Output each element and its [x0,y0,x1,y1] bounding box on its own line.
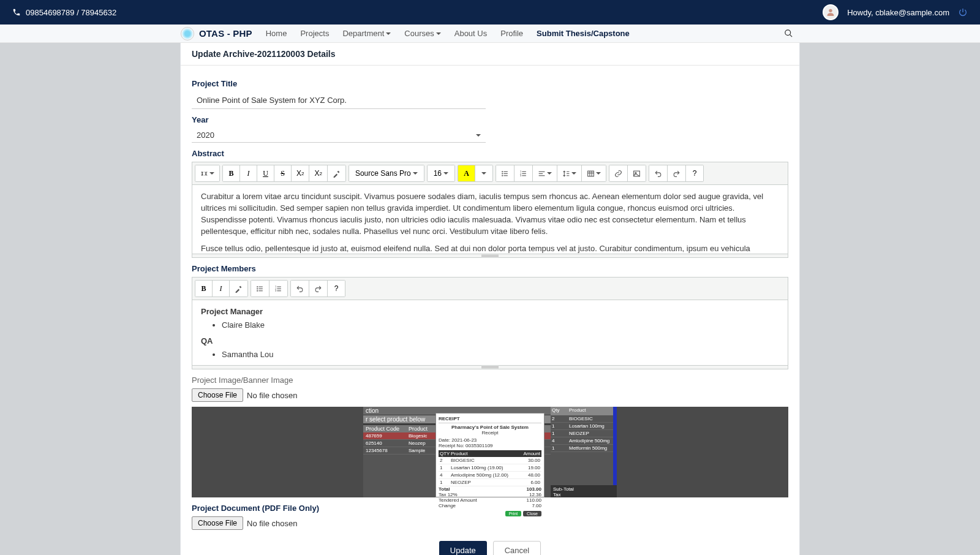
underline-button[interactable]: U [257,165,274,181]
svg-rect-17 [539,175,545,176]
nav-home[interactable]: Home [266,29,287,38]
svg-rect-30 [277,286,281,287]
highlight-button[interactable]: A [458,165,475,181]
svg-rect-26 [258,290,263,291]
highlight-more-button[interactable] [475,165,492,181]
chevron-down-icon [436,32,441,37]
main-card: Update Archive-2021120003 Details Projec… [180,43,800,555]
bold-button[interactable]: B [223,165,240,181]
bold-button[interactable]: B [195,281,213,296]
subscript-button[interactable]: X2 [309,165,327,181]
nav-about[interactable]: About Us [454,29,487,38]
svg-point-28 [257,288,258,289]
ol-button[interactable]: 123 [270,281,287,296]
strike-button[interactable]: S [274,165,292,181]
svg-rect-25 [258,288,263,289]
clear-format-button[interactable] [230,281,247,296]
choose-file-doc-button[interactable]: Choose File [192,516,243,530]
greeting-text: Howdy, cblake@sample.com [847,8,949,17]
clear-format-button[interactable] [328,165,345,181]
font-family-button[interactable]: Source Sans Pro [349,165,424,181]
svg-point-1 [785,30,791,36]
svg-rect-31 [277,288,281,289]
svg-rect-4 [503,173,508,173]
help-button[interactable]: ? [328,281,345,296]
doc-file-text: No file chosen [247,519,297,528]
chevron-down-icon [476,134,481,139]
nav-submit[interactable]: Submit Thesis/Capstone [537,29,630,38]
abstract-editor: B I U S X2 X2 Source Sans Pro 16 A 123 [192,162,788,258]
svg-point-6 [502,171,503,172]
phone-text: 09854698789 / 78945632 [26,8,116,17]
table-button[interactable] [582,165,606,181]
phone-icon [12,8,21,17]
ul-button[interactable] [251,281,270,296]
svg-text:3: 3 [275,289,276,292]
choose-file-banner-button[interactable]: Choose File [192,388,243,402]
svg-rect-3 [503,171,508,172]
abstract-toolbar: B I U S X2 X2 Source Sans Pro 16 A 123 [192,162,788,185]
undo-button[interactable] [649,165,668,181]
input-project-title[interactable] [192,92,486,109]
redo-button[interactable] [309,281,328,296]
svg-rect-11 [522,175,526,176]
update-button[interactable]: Update [439,541,487,555]
image-button[interactable] [628,165,646,181]
label-abstract: Abstract [192,149,788,158]
undo-button[interactable] [291,281,309,296]
italic-button[interactable]: I [213,281,230,296]
power-icon[interactable] [958,7,968,17]
svg-point-7 [502,173,503,174]
svg-text:3: 3 [520,174,521,176]
resize-handle[interactable] [192,254,788,257]
nav-courses[interactable]: Courses [404,29,440,38]
navbar: OTAS - PHP Home Projects Department Cour… [0,25,980,43]
chevron-down-icon [386,32,391,37]
lineheight-button[interactable] [557,165,582,181]
superscript-button[interactable]: X2 [292,165,309,181]
label-members: Project Members [192,264,788,273]
svg-rect-9 [522,171,526,172]
avatar[interactable] [823,4,839,20]
logo-icon [181,27,194,40]
resize-handle[interactable] [192,365,788,369]
nav-profile[interactable]: Profile [500,29,523,38]
label-year: Year [192,115,788,124]
svg-rect-10 [522,173,526,173]
banner-preview: ction r select product below Product Cod… [192,407,788,497]
banner-file-text: No file chosen [247,391,297,400]
align-button[interactable] [533,165,557,181]
search-icon[interactable] [784,29,793,38]
members-textarea[interactable]: Project Manager Claire Blake QA Samantha… [192,300,788,365]
svg-point-27 [257,286,258,287]
nav-projects[interactable]: Projects [300,29,329,38]
svg-point-0 [829,9,832,12]
nav-department[interactable]: Department [342,29,391,38]
svg-line-2 [790,34,792,37]
svg-rect-24 [258,286,263,287]
ul-button[interactable] [496,165,514,181]
svg-rect-15 [539,171,545,172]
members-editor: B I 123 ? Project Manager Claire Blake Q… [192,277,788,369]
abstract-textarea[interactable]: Curabitur a lorem vitae arcu tincidunt s… [192,185,788,254]
select-year[interactable]: 2020 [192,128,486,143]
help-button[interactable]: ? [686,165,703,181]
page-title: Update Archive-2021120003 Details [181,43,799,66]
svg-rect-16 [539,173,543,173]
members-toolbar: B I 123 ? [192,278,788,300]
cancel-button[interactable]: Cancel [493,541,541,555]
link-button[interactable] [609,165,628,181]
italic-button[interactable]: I [240,165,257,181]
topbar: 09854698789 / 78945632 Howdy, cblake@sam… [0,0,980,25]
svg-point-8 [502,175,503,176]
svg-rect-32 [277,290,281,291]
style-button[interactable] [195,165,219,181]
ol-button[interactable]: 123 [514,165,533,181]
svg-rect-5 [503,175,508,176]
label-banner: Project Image/Banner Image [192,376,788,385]
label-project-title: Project Title [192,79,788,88]
redo-button[interactable] [668,165,686,181]
svg-rect-18 [588,171,594,176]
svg-point-29 [257,290,258,291]
font-size-button[interactable]: 16 [428,165,454,181]
